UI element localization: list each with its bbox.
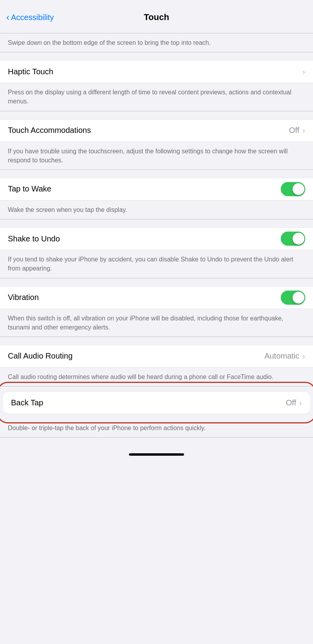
tap-to-wake-thumb (293, 183, 304, 195)
shake-to-undo-thumb (293, 233, 304, 245)
call-audio-routing-value: Automatic (264, 351, 299, 361)
spacer-2 (0, 111, 313, 119)
back-tap-right: Off › (286, 398, 302, 407)
touch-accommodations-row[interactable]: Touch Accommodations Off › (0, 119, 313, 142)
haptic-touch-right: › (302, 67, 305, 76)
touch-accommodations-value: Off (289, 126, 299, 135)
haptic-touch-row[interactable]: Haptic Touch › (0, 60, 313, 83)
back-tap-value: Off (286, 398, 296, 407)
shake-to-undo-row[interactable]: Shake to Undo (0, 227, 313, 250)
spacer-4 (0, 219, 313, 227)
page-title: Touch (144, 12, 169, 22)
call-audio-routing-label: Call Audio Routing (8, 351, 73, 361)
shake-to-undo-label: Shake to Undo (8, 234, 60, 243)
back-tap-row[interactable]: Back Tap Off › (3, 391, 310, 414)
reachability-description: Swipe down on the bottom edge of the scr… (0, 33, 313, 52)
touch-accommodations-chevron-icon: › (302, 126, 305, 135)
vibration-label: Vibration (8, 293, 39, 302)
back-button[interactable]: ‹ Accessibility (6, 13, 54, 22)
back-tap-chevron-icon: › (299, 398, 302, 407)
spacer-6 (0, 337, 313, 345)
tap-to-wake-label: Tap to Wake (8, 184, 51, 193)
shake-to-undo-description: If you tend to shake your iPhone by acci… (0, 250, 313, 278)
home-bar (129, 453, 184, 456)
touch-accommodations-right: Off › (289, 126, 305, 135)
call-audio-routing-right: Automatic › (264, 351, 305, 361)
back-label: Accessibility (11, 13, 54, 22)
tap-to-wake-toggle[interactable] (281, 182, 305, 196)
touch-accommodations-description: If you have trouble using the touchscree… (0, 142, 313, 170)
home-indicator-area (0, 438, 313, 464)
call-audio-routing-row[interactable]: Call Audio Routing Automatic › (0, 345, 313, 368)
haptic-touch-description: Press on the display using a different l… (0, 83, 313, 111)
back-tap-label: Back Tap (11, 398, 43, 407)
back-tap-description: Double- or triple-tap the back of your i… (0, 419, 313, 438)
spacer-1 (0, 52, 313, 60)
call-audio-routing-description: Call audio routing determines where audi… (0, 368, 313, 386)
spacer-3 (0, 170, 313, 178)
tap-to-wake-row[interactable]: Tap to Wake (0, 178, 313, 201)
haptic-touch-chevron-icon: › (302, 67, 305, 76)
haptic-touch-label: Haptic Touch (8, 67, 53, 76)
tap-to-wake-track (281, 182, 305, 196)
tap-to-wake-description: Wake the screen when you tap the display… (0, 201, 313, 219)
vibration-toggle[interactable] (281, 291, 305, 305)
touch-accommodations-label: Touch Accommodations (8, 126, 91, 135)
vibration-description: When this switch is off, all vibration o… (0, 309, 313, 337)
navigation-header: ‹ Accessibility Touch (0, 0, 313, 33)
shake-to-undo-track (281, 232, 305, 246)
vibration-row[interactable]: Vibration (0, 286, 313, 309)
back-chevron-icon: ‹ (6, 13, 9, 22)
shake-to-undo-toggle[interactable] (281, 232, 305, 246)
vibration-track (281, 291, 305, 305)
vibration-thumb (293, 292, 304, 304)
call-audio-routing-chevron-icon: › (302, 351, 305, 361)
spacer-5 (0, 278, 313, 286)
